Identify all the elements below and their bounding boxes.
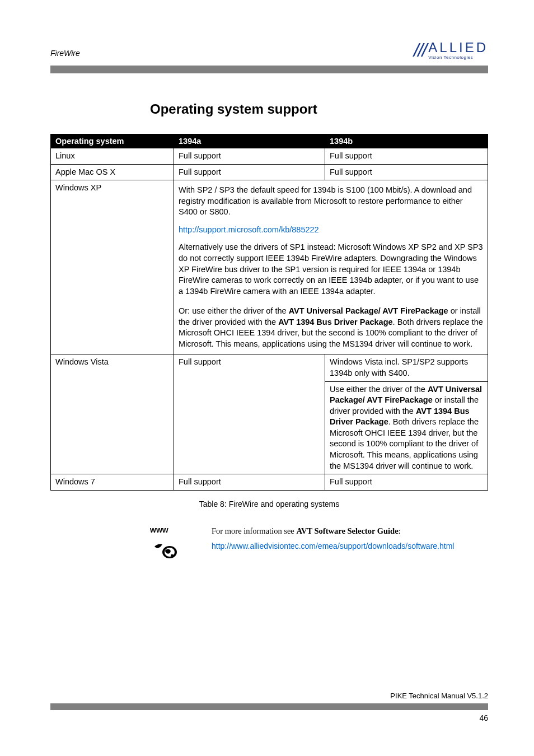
footer: PIKE Technical Manual V5.1.2 46 [50, 692, 488, 722]
cell-1394a: Full support [174, 164, 325, 180]
os-support-table: Operating system 1394a 1394b Linux Full … [50, 134, 488, 491]
th-1394a: 1394a [174, 134, 325, 148]
th-os: Operating system [51, 134, 174, 148]
cell-os: Windows XP [51, 180, 174, 222]
cell-xp-detail: With SP2 / SP3 the default speed for 139… [174, 180, 488, 222]
info-link[interactable]: http://www.alliedvisiontec.com/emea/supp… [212, 541, 454, 552]
cell-os: Windows Vista [51, 354, 174, 474]
cell-vista-b1: Windows Vista incl. SP1/SP2 supports 139… [325, 354, 488, 381]
th-1394b: 1394b [325, 134, 488, 148]
table-row: Or: use either the driver of the AVT Uni… [51, 301, 488, 354]
table-row: Windows Vista Full support Windows Vista… [51, 354, 488, 381]
logo-main: ALLIED [428, 41, 488, 54]
table-row: Linux Full support Full support [51, 148, 488, 165]
cell-1394b: Full support [325, 164, 488, 180]
globe-hand-icon [150, 540, 195, 564]
xp-p2: Alternatively use the drivers of SP1 ins… [179, 240, 483, 299]
table-row: http://support.microsoft.com/kb/885222 [51, 222, 488, 238]
table-row: Windows XP With SP2 / SP3 the default sp… [51, 180, 488, 222]
info-block: www For more information see AVT Softwar… [150, 525, 488, 564]
info-label: www [150, 525, 195, 534]
cell-1394b: Full support [325, 148, 488, 165]
logo-sub: Vision Technologies [428, 55, 488, 60]
cell-1394a: Full support [174, 354, 325, 474]
cell-os: Apple Mac OS X [51, 164, 174, 180]
xp-p3: Or: use either the driver of the AVT Uni… [179, 304, 483, 352]
table-row: Apple Mac OS X Full support Full support [51, 164, 488, 180]
cell-os: Windows 7 [51, 474, 174, 491]
cell-1394a: Full support [174, 148, 325, 165]
cell-vista-b2: Use either the driver of the AVT Univers… [325, 381, 488, 474]
table-row: Windows 7 Full support Full support [51, 474, 488, 491]
cell-os: Linux [51, 148, 174, 165]
info-text: For more information see AVT Software Se… [212, 525, 454, 552]
footer-title: PIKE Technical Manual V5.1.2 [50, 692, 488, 700]
cell-1394b: Full support [325, 474, 488, 491]
breadcrumb: FireWire [50, 49, 80, 61]
table-caption: Table 8: FireWire and operating systems [50, 500, 488, 508]
logo-slash-icon: /// [414, 39, 426, 61]
cell-1394a: Full support [174, 474, 325, 491]
logo: /// ALLIED Vision Technologies [414, 39, 488, 61]
page-number: 46 [50, 713, 488, 722]
table-row: Alternatively use the drivers of SP1 ins… [51, 237, 488, 301]
xp-p1: With SP2 / SP3 the default speed for 139… [179, 183, 483, 220]
section-title: Operating system support [150, 101, 488, 117]
header-divider [50, 66, 488, 73]
xp-link[interactable]: http://support.microsoft.com/kb/885222 [179, 225, 319, 234]
footer-divider [50, 703, 488, 710]
